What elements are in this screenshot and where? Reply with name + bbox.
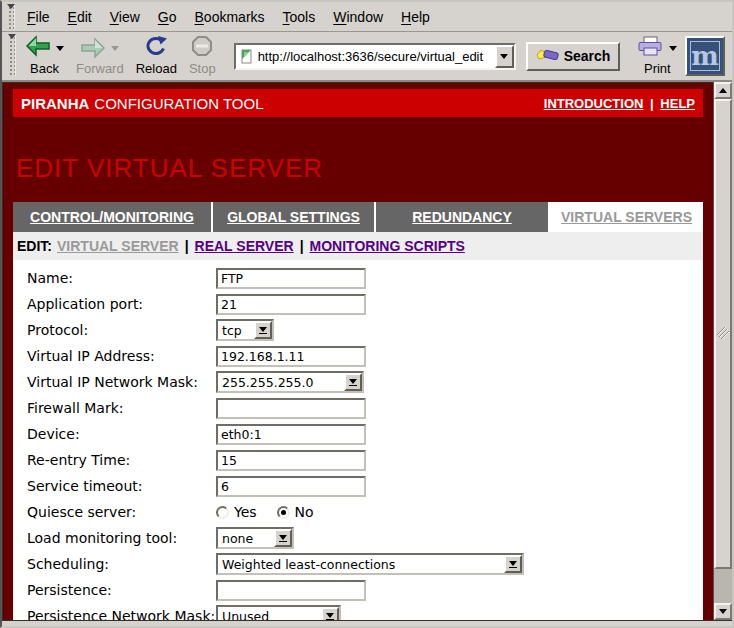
tab-label: VIRTUAL SERVERS [561, 209, 692, 225]
selected-option: 255.255.255.0 [218, 375, 344, 390]
subnav-separator: | [300, 238, 304, 254]
dropdown-arrow-button[interactable] [504, 555, 522, 573]
re-entry-time-input[interactable]: 15 [216, 450, 366, 471]
menubar: FileEditViewGoBookmarksToolsWindowHelp [2, 2, 732, 32]
subnav-separator: | [185, 238, 189, 254]
menubar-items: FileEditViewGoBookmarksToolsWindowHelp [18, 5, 439, 29]
chevron-down-icon [500, 54, 508, 59]
subnav-link-real-server[interactable]: REAL SERVER [195, 238, 294, 254]
firewall-mark-input[interactable] [216, 398, 366, 419]
vertical-scrollbar[interactable] [713, 82, 732, 620]
subnav: EDIT:VIRTUAL SERVER|REAL SERVER|MONITORI… [13, 232, 703, 260]
dropdown-bar [509, 567, 517, 568]
dropdown-bar [349, 385, 357, 386]
dropdown-arrow-button[interactable] [274, 529, 292, 547]
chevron-down-icon [509, 561, 517, 566]
collapse-arrow-icon [7, 4, 15, 9]
reload-button[interactable]: Reload [133, 35, 180, 77]
menu-item-help[interactable]: Help [392, 5, 439, 29]
thumb-grip-icon [717, 325, 729, 343]
mozilla-m-icon: m [690, 41, 720, 71]
dropdown-arrow-button[interactable] [344, 373, 362, 391]
selected-option: none [218, 531, 274, 546]
mozilla-logo-button[interactable]: m [685, 36, 725, 76]
print-button[interactable]: Print [634, 35, 680, 77]
radio-no[interactable] [277, 506, 290, 519]
search-flashlight-icon [536, 46, 560, 66]
forward-arrow-icon [80, 37, 106, 59]
tab-label: CONTROL/MONITORING [30, 209, 194, 225]
field-label: Scheduling: [17, 556, 216, 572]
chevron-down-icon [279, 535, 287, 540]
virtual-ip-network-mask-select[interactable]: 255.255.255.0 [216, 371, 364, 393]
dropdown-arrow-button[interactable] [254, 321, 272, 339]
scroll-down-button[interactable] [714, 603, 732, 620]
menu-item-tools[interactable]: Tools [274, 5, 325, 29]
virtual-server-form: Name:FTPApplication port:21Protocol:tcpV… [13, 260, 703, 620]
subnav-link-monitoring-scripts[interactable]: MONITORING SCRIPTS [310, 238, 465, 254]
chevron-down-icon [349, 379, 357, 384]
radio-label-yes: Yes [234, 504, 257, 520]
form-row-device: Device:eth0:1 [17, 421, 703, 447]
menu-item-window[interactable]: Window [324, 5, 392, 29]
menu-item-edit[interactable]: Edit [59, 5, 101, 29]
forward-button[interactable]: Forward [73, 35, 127, 77]
search-button[interactable]: Search [526, 42, 621, 71]
navigation-toolbar: Back Forward Reload [2, 32, 732, 82]
tab-redundancy[interactable]: REDUNDANCY [376, 202, 548, 232]
device-input[interactable]: eth0:1 [216, 424, 366, 445]
form-row-firewall-mark: Firewall Mark: [17, 395, 703, 421]
stop-button[interactable]: Stop [186, 35, 219, 77]
scrollbar-thumb[interactable] [714, 99, 732, 569]
back-dropdown-icon[interactable] [56, 46, 64, 51]
chevron-down-icon [719, 609, 727, 614]
virtual-ip-address-input[interactable]: 192.168.1.11 [216, 346, 366, 367]
help-link[interactable]: HELP [660, 96, 695, 111]
menu-item-view[interactable]: View [101, 5, 149, 29]
url-dropdown-button[interactable] [495, 45, 514, 68]
subnav-prefix: EDIT: [17, 238, 52, 254]
link-separator: | [650, 96, 654, 111]
brand-name: PIRANHA [21, 95, 89, 112]
introduction-link[interactable]: INTRODUCTION [544, 96, 644, 111]
tab-label: REDUNDANCY [412, 209, 512, 225]
menubar-grippy[interactable] [7, 4, 15, 29]
persistence-input[interactable] [216, 580, 366, 601]
piranha-banner: PIRANHA CONFIGURATION TOOL INTRODUCTION … [13, 89, 703, 117]
form-row-re-entry-time: Re-entry Time:15 [17, 447, 703, 473]
scroll-up-button[interactable] [714, 82, 732, 99]
form-row-service-timeout: Service timeout:6 [17, 473, 703, 499]
tab-label: GLOBAL SETTINGS [227, 209, 360, 225]
form-row-virtual-ip-network-mask: Virtual IP Network Mask:255.255.255.0 [17, 369, 703, 395]
protocol-select[interactable]: tcp [216, 319, 274, 341]
dropdown-arrow-button[interactable] [321, 607, 339, 620]
tab-control-monitoring[interactable]: CONTROL/MONITORING [13, 202, 211, 232]
toolbar-grippy[interactable] [8, 34, 16, 76]
subnav-link-virtual-server[interactable]: VIRTUAL SERVER [57, 238, 179, 254]
brand-subtitle: CONFIGURATION TOOL [94, 95, 263, 112]
tab-bar: CONTROL/MONITORINGGLOBAL SETTINGSREDUNDA… [13, 202, 703, 232]
name-input[interactable]: FTP [216, 268, 366, 289]
chevron-up-icon [719, 88, 727, 93]
persistence-network-mask-select[interactable]: Unused [216, 605, 341, 620]
url-bar[interactable]: http://localhost:3636/secure/virtual_edi… [234, 43, 516, 70]
tab-global-settings[interactable]: GLOBAL SETTINGS [213, 202, 374, 232]
application-port-input[interactable]: 21 [216, 294, 366, 315]
field-label: Persistence: [17, 582, 216, 598]
menu-item-bookmarks[interactable]: Bookmarks [186, 5, 274, 29]
print-dropdown-icon[interactable] [669, 46, 677, 51]
scheduling-select[interactable]: Weighted least-connections [216, 553, 524, 575]
scrollbar-track[interactable] [714, 569, 732, 603]
page-title: EDIT VIRTUAL SERVER [16, 153, 713, 184]
radio-yes[interactable] [216, 506, 229, 519]
service-timeout-input[interactable]: 6 [216, 476, 366, 497]
selected-option: Weighted least-connections [218, 557, 504, 572]
field-label: Load monitoring tool: [17, 530, 216, 546]
tab-virtual-servers[interactable]: VIRTUAL SERVERS [550, 202, 703, 232]
menu-item-go[interactable]: Go [149, 5, 186, 29]
url-input[interactable]: http://localhost:3636/secure/virtual_edi… [258, 49, 495, 64]
back-button[interactable]: Back [22, 35, 67, 77]
menu-item-file[interactable]: File [18, 5, 59, 29]
form-row-persistence: Persistence: [17, 577, 703, 603]
load-monitoring-tool-select[interactable]: none [216, 527, 294, 549]
